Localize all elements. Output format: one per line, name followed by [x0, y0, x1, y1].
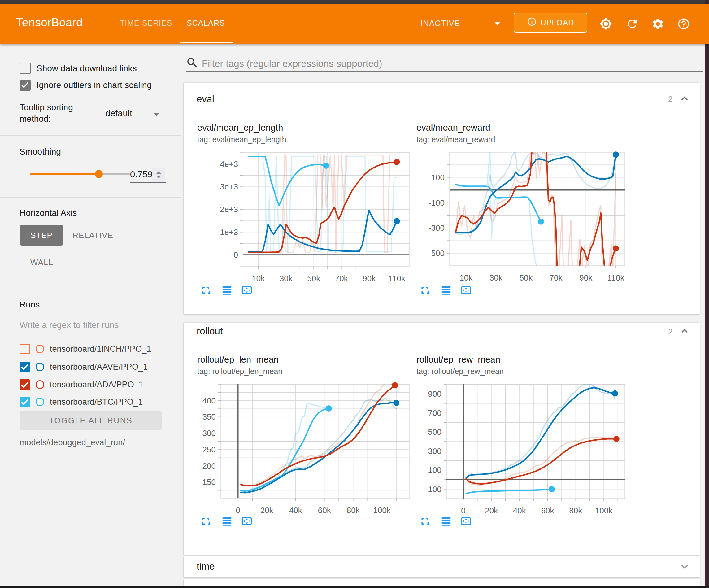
section-header-eval[interactable]: eval: [196, 94, 214, 105]
fullscreen-icon[interactable]: [420, 284, 432, 297]
fit-domain-icon[interactable]: [241, 284, 253, 297]
dropdown-caret-icon[interactable]: [494, 22, 500, 25]
filter-tags-underline: [186, 71, 703, 72]
axis-relative-button[interactable]: RELATIVE: [70, 225, 116, 246]
run-checkbox[interactable]: [20, 379, 30, 390]
sidebar-divider: [0, 135, 181, 136]
sidebar-divider: [0, 293, 181, 293]
smoothing-value-input[interactable]: [130, 168, 152, 181]
fit-domain-icon[interactable]: [460, 515, 472, 528]
fullscreen-icon[interactable]: [201, 284, 213, 297]
smoothing-slider-thumb[interactable]: [95, 170, 103, 178]
svg-text:100: 100: [431, 173, 445, 182]
svg-text:200: 200: [203, 461, 216, 471]
svg-text:80k: 80k: [347, 506, 360, 515]
svg-text:0: 0: [236, 506, 240, 515]
svg-text:500: 500: [428, 427, 442, 437]
svg-text:40k: 40k: [289, 506, 303, 515]
collapse-chevron-icon[interactable]: [679, 325, 690, 338]
fullscreen-icon[interactable]: [420, 515, 432, 528]
horizontal-axis-label: Horizontal Axis: [20, 208, 77, 218]
chart-actions: [201, 284, 253, 297]
smoothing-input-underline: [130, 182, 166, 183]
chart-plot-rollout/ep_len_mean[interactable]: 150200250300350400020k40k60k80k100k: [177, 376, 416, 521]
tab-scalars[interactable]: SCALARS: [187, 19, 225, 28]
run-checkbox[interactable]: [20, 344, 30, 354]
run-checkbox[interactable]: [20, 397, 30, 407]
chart-tag: tag: eval/mean_ep_length: [197, 135, 286, 144]
refresh-icon[interactable]: [626, 17, 639, 30]
section-header-rollout[interactable]: rollout: [196, 326, 222, 337]
dropdown-caret-icon[interactable]: [154, 113, 159, 116]
run-radio[interactable]: [35, 344, 44, 353]
run-checkbox[interactable]: [20, 362, 30, 372]
help-icon[interactable]: [677, 17, 690, 30]
svg-text:60k: 60k: [318, 506, 331, 515]
stepper-down-icon[interactable]: [156, 176, 161, 178]
stepper-up-icon[interactable]: [156, 171, 161, 174]
runs-data-icon[interactable]: [221, 515, 233, 528]
series-line: [466, 439, 616, 484]
run-radio[interactable]: [35, 398, 44, 406]
run-radio[interactable]: [35, 363, 44, 371]
section-card-time: [184, 556, 700, 578]
brightness-icon[interactable]: [599, 17, 612, 30]
runs-filter-input[interactable]: [20, 318, 162, 332]
show-download-links-checkbox[interactable]: [20, 63, 31, 74]
status-dropdown[interactable]: INACTIVE: [420, 19, 460, 28]
fullscreen-icon[interactable]: [201, 515, 213, 528]
status-underline: [420, 32, 513, 33]
browser-bottom-strip: [0, 586, 709, 588]
runs-data-icon[interactable]: [440, 284, 452, 297]
series-end-dot: [392, 382, 398, 388]
series-line: [241, 408, 329, 491]
series-end-dot: [323, 162, 330, 169]
svg-text:-100: -100: [425, 485, 442, 494]
run-row-ada[interactable]: tensorboard/ADA/PPO_1: [20, 376, 181, 393]
active-tab-underline: [180, 42, 233, 43]
upload-button[interactable]: UPLOAD: [514, 13, 587, 32]
chart-actions: [201, 515, 253, 528]
runs-path-label: models/debugged_eval_run/: [20, 438, 125, 448]
settings-icon[interactable]: [651, 17, 664, 30]
runs-data-icon[interactable]: [221, 284, 233, 297]
chart-plot-eval/mean_ep_length[interactable]: 01e+32e+33e+34e+310k30k50k70k90k110k: [200, 144, 416, 289]
tab-time-series[interactable]: TIME SERIES: [120, 19, 172, 28]
smoothing-stepper[interactable]: [152, 168, 165, 182]
section-header-time[interactable]: time: [196, 561, 215, 572]
chart-plot-eval/mean_reward[interactable]: 100-100-300-50010k30k50k70k90k110k: [406, 144, 631, 288]
info-icon: [527, 17, 537, 28]
chart-tag: tag: rollout/ep_rew_mean: [416, 367, 504, 376]
svg-text:0: 0: [461, 506, 465, 515]
filter-tags-input[interactable]: [202, 57, 635, 71]
run-row-aave[interactable]: tensorboard/AAVE/PPO_1: [20, 358, 181, 376]
fit-domain-icon[interactable]: [460, 284, 472, 297]
chart-plot-rollout/ep_rew_mean[interactable]: -100100300500700900020k40k60k80k100k: [403, 376, 631, 521]
run-radio[interactable]: [35, 380, 44, 389]
svg-text:70k: 70k: [335, 274, 348, 283]
ignore-outliers-checkbox[interactable]: [20, 80, 31, 91]
run-row-1inch[interactable]: tensorboard/1INCH/PPO_1: [20, 340, 181, 358]
smoothing-slider-fill: [30, 173, 99, 175]
runs-filter-underline: [20, 334, 164, 334]
run-row-btc[interactable]: tensorboard/BTC/PPO_1: [20, 393, 181, 411]
toggle-all-runs-button[interactable]: TOGGLE ALL RUNS: [20, 411, 162, 430]
series-end-dot: [612, 390, 618, 397]
runs-data-icon[interactable]: [440, 515, 452, 528]
chart-title: rollout/ep_len_mean: [197, 355, 279, 365]
series-end-dot: [549, 486, 555, 492]
expand-chevron-icon[interactable]: [679, 560, 690, 573]
upload-button-label: UPLOAD: [541, 18, 574, 27]
axis-step-button[interactable]: STEP: [20, 225, 63, 246]
fit-domain-icon[interactable]: [241, 515, 253, 528]
collapse-chevron-icon[interactable]: [679, 93, 690, 106]
series-end-dot: [326, 405, 332, 411]
tooltip-sorting-select[interactable]: default: [105, 108, 132, 119]
axis-wall-button[interactable]: WALL: [23, 253, 60, 272]
settings-sidebar: Show data download links Ignore outliers…: [0, 44, 181, 588]
svg-text:50k: 50k: [307, 274, 320, 283]
svg-text:2e+3: 2e+3: [220, 205, 238, 214]
chart-title: eval/mean_ep_length: [197, 123, 283, 133]
svg-text:400: 400: [203, 396, 216, 405]
chart-title: rollout/ep_rew_mean: [416, 355, 500, 365]
